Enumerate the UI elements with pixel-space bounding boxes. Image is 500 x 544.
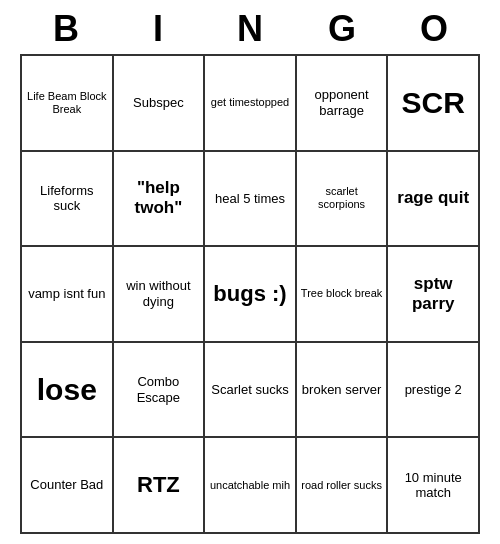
cell-1: Subspec [114,56,206,152]
cell-0: Life Beam Block Break [22,56,114,152]
cell-14: sptw parry [388,247,480,343]
cell-16: Combo Escape [114,343,206,439]
cell-22: uncatchable mih [205,438,297,534]
cell-17: Scarlet sucks [205,343,297,439]
cell-23: road roller sucks [297,438,389,534]
cell-18: broken server [297,343,389,439]
bingo-title: B I N G O [20,0,480,54]
cell-9: rage quit [388,152,480,248]
title-o: O [394,8,474,50]
cell-2: get timestopped [205,56,297,152]
cell-6: "help twoh" [114,152,206,248]
title-b: B [26,8,106,50]
cell-8: scarlet scorpions [297,152,389,248]
title-i: I [118,8,198,50]
cell-20: Counter Bad [22,438,114,534]
cell-13: Tree block break [297,247,389,343]
cell-3: opponent barrage [297,56,389,152]
title-n: N [210,8,290,50]
cell-11: win without dying [114,247,206,343]
cell-19: prestige 2 [388,343,480,439]
cell-4: SCR [388,56,480,152]
bingo-grid: Life Beam Block Break Subspec get timest… [20,54,480,534]
cell-7: heal 5 times [205,152,297,248]
cell-10: vamp isnt fun [22,247,114,343]
cell-15: lose [22,343,114,439]
cell-5: Lifeforms suck [22,152,114,248]
cell-24: 10 minute match [388,438,480,534]
title-g: G [302,8,382,50]
cell-12: bugs :) [205,247,297,343]
cell-21: RTZ [114,438,206,534]
